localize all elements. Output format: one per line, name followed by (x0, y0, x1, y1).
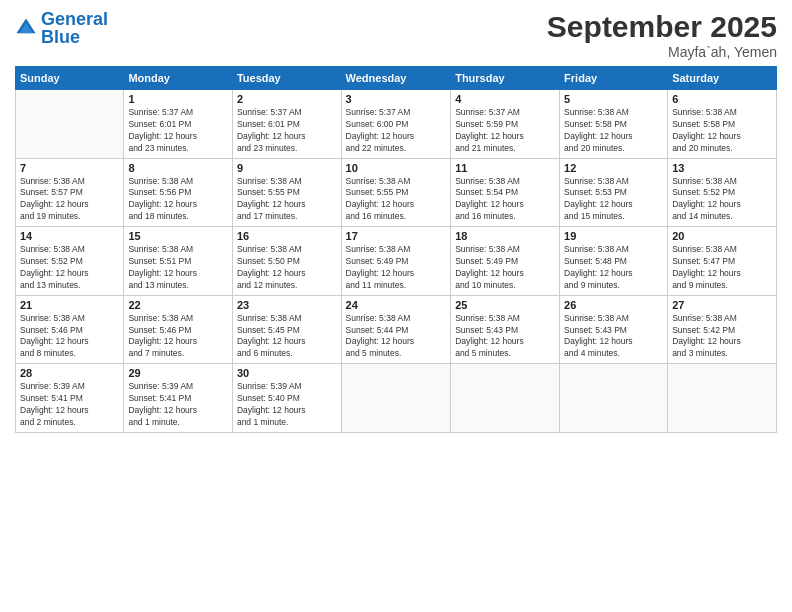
day-info: Sunrise: 5:38 AM Sunset: 5:43 PM Dayligh… (564, 313, 663, 361)
day-number: 5 (564, 93, 663, 105)
day-info: Sunrise: 5:37 AM Sunset: 5:59 PM Dayligh… (455, 107, 555, 155)
day-number: 12 (564, 162, 663, 174)
day-number: 7 (20, 162, 119, 174)
weekday-header-row: Sunday Monday Tuesday Wednesday Thursday… (16, 67, 777, 90)
table-row: 20Sunrise: 5:38 AM Sunset: 5:47 PM Dayli… (668, 227, 777, 296)
table-row: 25Sunrise: 5:38 AM Sunset: 5:43 PM Dayli… (451, 295, 560, 364)
day-info: Sunrise: 5:38 AM Sunset: 5:52 PM Dayligh… (672, 176, 772, 224)
table-row: 2Sunrise: 5:37 AM Sunset: 6:01 PM Daylig… (232, 90, 341, 159)
day-info: Sunrise: 5:38 AM Sunset: 5:46 PM Dayligh… (20, 313, 119, 361)
day-number: 22 (128, 299, 228, 311)
table-row: 3Sunrise: 5:37 AM Sunset: 6:00 PM Daylig… (341, 90, 451, 159)
title-block: September 2025 Mayfa`ah, Yemen (547, 10, 777, 60)
day-number: 14 (20, 230, 119, 242)
table-row: 16Sunrise: 5:38 AM Sunset: 5:50 PM Dayli… (232, 227, 341, 296)
header-thursday: Thursday (451, 67, 560, 90)
day-info: Sunrise: 5:38 AM Sunset: 5:58 PM Dayligh… (564, 107, 663, 155)
table-row: 13Sunrise: 5:38 AM Sunset: 5:52 PM Dayli… (668, 158, 777, 227)
table-row: 6Sunrise: 5:38 AM Sunset: 5:58 PM Daylig… (668, 90, 777, 159)
day-number: 10 (346, 162, 447, 174)
day-number: 29 (128, 367, 228, 379)
day-number: 21 (20, 299, 119, 311)
table-row (341, 364, 451, 433)
subtitle: Mayfa`ah, Yemen (547, 44, 777, 60)
table-row (668, 364, 777, 433)
logo: General Blue (15, 10, 108, 46)
table-row: 23Sunrise: 5:38 AM Sunset: 5:45 PM Dayli… (232, 295, 341, 364)
calendar-table: Sunday Monday Tuesday Wednesday Thursday… (15, 66, 777, 433)
day-info: Sunrise: 5:39 AM Sunset: 5:41 PM Dayligh… (128, 381, 228, 429)
day-info: Sunrise: 5:38 AM Sunset: 5:52 PM Dayligh… (20, 244, 119, 292)
day-info: Sunrise: 5:37 AM Sunset: 6:01 PM Dayligh… (128, 107, 228, 155)
day-info: Sunrise: 5:38 AM Sunset: 5:54 PM Dayligh… (455, 176, 555, 224)
table-row: 1Sunrise: 5:37 AM Sunset: 6:01 PM Daylig… (124, 90, 233, 159)
day-info: Sunrise: 5:38 AM Sunset: 5:44 PM Dayligh… (346, 313, 447, 361)
table-row: 12Sunrise: 5:38 AM Sunset: 5:53 PM Dayli… (560, 158, 668, 227)
table-row: 17Sunrise: 5:38 AM Sunset: 5:49 PM Dayli… (341, 227, 451, 296)
table-row: 22Sunrise: 5:38 AM Sunset: 5:46 PM Dayli… (124, 295, 233, 364)
day-number: 20 (672, 230, 772, 242)
logo-icon (15, 17, 37, 39)
day-info: Sunrise: 5:38 AM Sunset: 5:49 PM Dayligh… (455, 244, 555, 292)
calendar-week-row: 14Sunrise: 5:38 AM Sunset: 5:52 PM Dayli… (16, 227, 777, 296)
day-info: Sunrise: 5:38 AM Sunset: 5:49 PM Dayligh… (346, 244, 447, 292)
day-number: 11 (455, 162, 555, 174)
table-row: 7Sunrise: 5:38 AM Sunset: 5:57 PM Daylig… (16, 158, 124, 227)
day-info: Sunrise: 5:38 AM Sunset: 5:53 PM Dayligh… (564, 176, 663, 224)
table-row: 21Sunrise: 5:38 AM Sunset: 5:46 PM Dayli… (16, 295, 124, 364)
header-friday: Friday (560, 67, 668, 90)
table-row: 26Sunrise: 5:38 AM Sunset: 5:43 PM Dayli… (560, 295, 668, 364)
day-info: Sunrise: 5:38 AM Sunset: 5:58 PM Dayligh… (672, 107, 772, 155)
calendar-week-row: 21Sunrise: 5:38 AM Sunset: 5:46 PM Dayli… (16, 295, 777, 364)
table-row: 11Sunrise: 5:38 AM Sunset: 5:54 PM Dayli… (451, 158, 560, 227)
day-number: 30 (237, 367, 337, 379)
month-title: September 2025 (547, 10, 777, 44)
day-number: 8 (128, 162, 228, 174)
day-info: Sunrise: 5:38 AM Sunset: 5:45 PM Dayligh… (237, 313, 337, 361)
calendar-week-row: 1Sunrise: 5:37 AM Sunset: 6:01 PM Daylig… (16, 90, 777, 159)
table-row: 28Sunrise: 5:39 AM Sunset: 5:41 PM Dayli… (16, 364, 124, 433)
day-number: 18 (455, 230, 555, 242)
header-wednesday: Wednesday (341, 67, 451, 90)
table-row: 4Sunrise: 5:37 AM Sunset: 5:59 PM Daylig… (451, 90, 560, 159)
day-number: 2 (237, 93, 337, 105)
header-tuesday: Tuesday (232, 67, 341, 90)
day-number: 17 (346, 230, 447, 242)
header-sunday: Sunday (16, 67, 124, 90)
day-number: 23 (237, 299, 337, 311)
header-saturday: Saturday (668, 67, 777, 90)
calendar-week-row: 28Sunrise: 5:39 AM Sunset: 5:41 PM Dayli… (16, 364, 777, 433)
table-row: 5Sunrise: 5:38 AM Sunset: 5:58 PM Daylig… (560, 90, 668, 159)
day-number: 3 (346, 93, 447, 105)
day-info: Sunrise: 5:39 AM Sunset: 5:41 PM Dayligh… (20, 381, 119, 429)
day-number: 16 (237, 230, 337, 242)
page: General Blue September 2025 Mayfa`ah, Ye… (0, 0, 792, 612)
day-info: Sunrise: 5:38 AM Sunset: 5:51 PM Dayligh… (128, 244, 228, 292)
table-row: 18Sunrise: 5:38 AM Sunset: 5:49 PM Dayli… (451, 227, 560, 296)
table-row: 10Sunrise: 5:38 AM Sunset: 5:55 PM Dayli… (341, 158, 451, 227)
table-row (16, 90, 124, 159)
table-row: 14Sunrise: 5:38 AM Sunset: 5:52 PM Dayli… (16, 227, 124, 296)
table-row: 9Sunrise: 5:38 AM Sunset: 5:55 PM Daylig… (232, 158, 341, 227)
day-number: 9 (237, 162, 337, 174)
day-number: 25 (455, 299, 555, 311)
table-row: 19Sunrise: 5:38 AM Sunset: 5:48 PM Dayli… (560, 227, 668, 296)
day-info: Sunrise: 5:38 AM Sunset: 5:46 PM Dayligh… (128, 313, 228, 361)
table-row (560, 364, 668, 433)
day-info: Sunrise: 5:38 AM Sunset: 5:42 PM Dayligh… (672, 313, 772, 361)
day-number: 4 (455, 93, 555, 105)
header: General Blue September 2025 Mayfa`ah, Ye… (15, 10, 777, 60)
day-number: 13 (672, 162, 772, 174)
day-info: Sunrise: 5:38 AM Sunset: 5:48 PM Dayligh… (564, 244, 663, 292)
table-row (451, 364, 560, 433)
logo-text2: Blue (41, 28, 108, 46)
day-number: 28 (20, 367, 119, 379)
table-row: 8Sunrise: 5:38 AM Sunset: 5:56 PM Daylig… (124, 158, 233, 227)
day-number: 6 (672, 93, 772, 105)
day-info: Sunrise: 5:39 AM Sunset: 5:40 PM Dayligh… (237, 381, 337, 429)
day-info: Sunrise: 5:37 AM Sunset: 6:01 PM Dayligh… (237, 107, 337, 155)
day-number: 19 (564, 230, 663, 242)
day-info: Sunrise: 5:38 AM Sunset: 5:56 PM Dayligh… (128, 176, 228, 224)
day-info: Sunrise: 5:38 AM Sunset: 5:47 PM Dayligh… (672, 244, 772, 292)
logo-text: General (41, 10, 108, 28)
